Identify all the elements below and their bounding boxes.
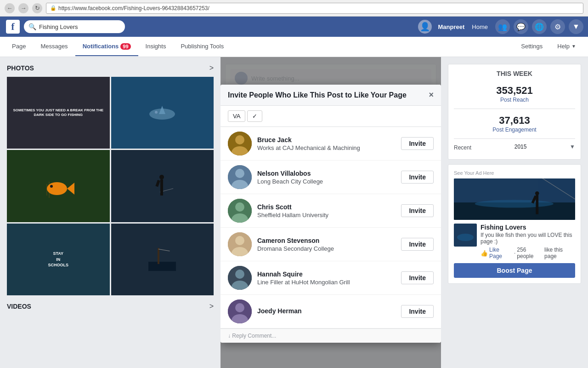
refresh-button[interactable]: ↻ (32, 3, 42, 13)
svg-point-25 (235, 169, 244, 178)
dropdown-arrow[interactable]: ▼ (570, 144, 575, 152)
invite-button[interactable]: Invite (401, 137, 434, 150)
tab-messages[interactable]: Messages (33, 37, 75, 56)
fl-thumb (454, 224, 477, 247)
fb-logo-mark: f (6, 20, 20, 34)
person-row: Bruce Jack Works at CAJ Mechanical & Mac… (220, 127, 441, 161)
home-link[interactable]: Home (468, 23, 492, 30)
person-info: Nelson Villalobos Long Beach City Colleg… (257, 170, 396, 185)
invite-button[interactable]: Invite (401, 204, 434, 217)
photo-item[interactable] (7, 150, 110, 222)
photo-item[interactable] (111, 77, 214, 149)
avatar-svg (228, 299, 252, 323)
this-week-card: THIS WEEK 353,521 Post Reach 37,613 Post… (448, 64, 581, 160)
toolbar-check-button[interactable]: ✓ (247, 110, 262, 122)
post-engagement-label[interactable]: Post Engagement (454, 126, 575, 133)
person-name: Chris Scott (257, 203, 396, 211)
settings-icon[interactable]: ⚙ (550, 19, 565, 34)
person-name: Hannah Squire (257, 270, 396, 278)
videos-arrow[interactable]: > (209, 302, 214, 310)
tab-settings[interactable]: Settings (514, 37, 550, 56)
invite-button[interactable]: Invite (401, 305, 434, 318)
recent-row: Recent 2015 ▼ (454, 142, 575, 154)
fb-logo[interactable]: f (5, 18, 21, 35)
photo-item[interactable]: SOMETIMES YOU JUST NEED A BREAK FROM THE… (7, 77, 110, 149)
like-thumb-icon: 👍 (481, 250, 488, 257)
svg-rect-47 (537, 208, 538, 214)
ad-card: See Your Ad Here (448, 164, 581, 284)
person-avatar (228, 232, 252, 256)
avatar-svg (228, 199, 252, 223)
back-button[interactable]: ← (5, 3, 15, 13)
person-info: Joedy Herman (257, 307, 396, 316)
friends-icon[interactable]: 👥 (495, 19, 510, 34)
post-reach-stat: 353,521 Post Reach (454, 82, 575, 106)
photo-item[interactable] (111, 224, 214, 295)
svg-rect-16 (158, 248, 159, 264)
photo-item[interactable]: STAYINSCHOOLS (7, 224, 110, 295)
svg-point-28 (235, 202, 244, 212)
stat-divider (454, 138, 575, 139)
person-row: Hannah Squire Line Filler at HuHot Mongo… (220, 261, 441, 295)
person-name: Bruce Jack (257, 136, 396, 144)
photos-section-header: PHOTOS > (7, 64, 214, 72)
modal-toolbar: VA ✓ (220, 106, 441, 127)
svg-rect-46 (536, 208, 537, 214)
people-suffix: like this page (544, 247, 575, 259)
person-avatar (228, 199, 252, 223)
svg-point-22 (235, 135, 244, 144)
photos-arrow[interactable]: > (209, 64, 214, 72)
tab-page[interactable]: Page (5, 37, 33, 56)
person-detail: Sheffield Hallam University (257, 212, 396, 218)
svg-point-37 (235, 303, 244, 312)
avatar-svg (228, 165, 252, 189)
toolbar-va-button[interactable]: VA (228, 110, 245, 122)
fb-search-bar[interactable]: 🔍 (24, 20, 125, 33)
forward-button[interactable]: → (18, 3, 28, 13)
search-input[interactable] (39, 23, 120, 30)
modal-people-list: Bruce Jack Works at CAJ Mechanical & Mac… (220, 127, 441, 343)
post-engagement-number: 37,613 (454, 115, 575, 126)
invite-button[interactable]: Invite (401, 238, 434, 251)
post-reach-label[interactable]: Post Reach (454, 97, 575, 103)
modal-close-button[interactable]: × (429, 90, 434, 100)
globe-icon[interactable]: 🌐 (532, 19, 547, 34)
boost-page-button[interactable]: Boost Page (454, 263, 575, 278)
tab-help[interactable]: Help ▼ (550, 37, 583, 56)
photo-text: SOMETIMES YOU JUST NEED A BREAK FROM THE… (7, 106, 110, 120)
modal-overlay[interactable]: Invite People Who Like This Post to Like… (220, 57, 441, 368)
person-avatar (228, 165, 252, 189)
svg-point-49 (457, 234, 474, 241)
fl-likes: 👍 Like Page · 256 people like this page (481, 247, 575, 259)
post-reach-number: 353,521 (454, 85, 575, 97)
like-page-label[interactable]: Like Page (489, 247, 513, 259)
modal-header: Invite People Who Like This Post to Like… (220, 85, 441, 106)
tab-insights[interactable]: Insights (138, 37, 174, 56)
person-detail: Line Filler at HuHot Mongolian Grill (257, 279, 396, 286)
photo-item[interactable] (111, 150, 214, 222)
messages-icon[interactable]: 💬 (514, 19, 528, 34)
ad-label: See Your Ad Here (454, 170, 575, 176)
person-name: Joedy Herman (257, 307, 396, 315)
dropdown-icon[interactable]: ▼ (569, 19, 583, 34)
fish-svg (42, 172, 74, 200)
tab-publishing-tools[interactable]: Publishing Tools (173, 37, 231, 56)
address-bar[interactable]: 🔒 https://www.facebook.com/Fishing-Lover… (46, 3, 583, 14)
svg-point-5 (50, 185, 53, 188)
tab-notifications[interactable]: Notifications 99 (75, 37, 138, 56)
user-avatar[interactable]: 👤 (418, 20, 432, 34)
invite-modal: Invite People Who Like This Post to Like… (220, 85, 441, 343)
svg-point-2 (155, 111, 158, 114)
videos-section-header: VIDEOS > (7, 302, 214, 310)
post-engagement-stat: 37,613 Post Engagement (454, 112, 575, 136)
this-week-title: THIS WEEK (454, 70, 575, 77)
scroll-more: ↓ Reply Comment... (220, 328, 441, 343)
user-name[interactable]: Manpreet (438, 23, 465, 30)
svg-rect-14 (162, 189, 163, 196)
recent-label: Recent (454, 144, 471, 152)
invite-button[interactable]: Invite (401, 171, 434, 184)
invite-button[interactable]: Invite (401, 271, 434, 284)
svg-rect-13 (160, 189, 162, 196)
fishing-scene-svg (148, 248, 176, 271)
shark-svg (146, 101, 178, 124)
